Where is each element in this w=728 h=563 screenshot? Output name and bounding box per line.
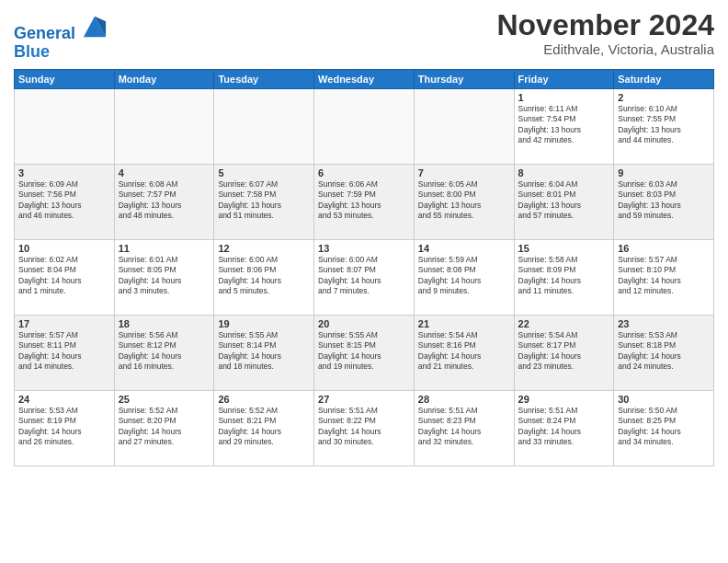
calendar-cell <box>114 88 214 164</box>
calendar-cell: 30Sunrise: 5:50 AM Sunset: 8:25 PM Dayli… <box>614 390 714 465</box>
calendar-cell: 20Sunrise: 5:55 AM Sunset: 8:15 PM Dayli… <box>314 315 415 390</box>
day-number: 20 <box>318 318 410 329</box>
day-number: 5 <box>218 167 310 178</box>
day-number: 30 <box>618 394 710 405</box>
day-info: Sunrise: 6:10 AM Sunset: 7:55 PM Dayligh… <box>618 104 710 146</box>
day-info: Sunrise: 5:52 AM Sunset: 8:21 PM Dayligh… <box>218 406 310 448</box>
day-number: 8 <box>518 167 610 178</box>
weekday-header-friday: Friday <box>514 69 614 88</box>
day-info: Sunrise: 6:04 AM Sunset: 8:01 PM Dayligh… <box>518 179 610 222</box>
calendar-cell: 16Sunrise: 5:57 AM Sunset: 8:10 PM Dayli… <box>614 239 714 315</box>
day-number: 14 <box>418 243 510 254</box>
calendar-cell <box>314 88 415 164</box>
day-number: 18 <box>119 318 210 329</box>
weekday-header-saturday: Saturday <box>614 69 714 88</box>
weekday-header-thursday: Thursday <box>414 69 514 88</box>
calendar-cell: 22Sunrise: 5:54 AM Sunset: 8:17 PM Dayli… <box>514 315 614 390</box>
calendar-cell: 12Sunrise: 6:00 AM Sunset: 8:06 PM Dayli… <box>214 239 314 315</box>
calendar-cell: 15Sunrise: 5:58 AM Sunset: 8:09 PM Dayli… <box>514 239 614 315</box>
logo-text: General <box>14 13 108 43</box>
day-info: Sunrise: 5:56 AM Sunset: 8:12 PM Dayligh… <box>119 330 210 373</box>
day-number: 16 <box>618 243 710 254</box>
title-area: November 2024 Edithvale, Victoria, Austr… <box>496 9 714 57</box>
calendar-cell: 2Sunrise: 6:10 AM Sunset: 7:55 PM Daylig… <box>614 88 714 164</box>
calendar-cell: 24Sunrise: 5:53 AM Sunset: 8:19 PM Dayli… <box>15 390 115 465</box>
calendar-cell: 19Sunrise: 5:55 AM Sunset: 8:14 PM Dayli… <box>214 315 314 390</box>
day-number: 9 <box>618 167 710 178</box>
weekday-header-row: SundayMondayTuesdayWednesdayThursdayFrid… <box>15 69 714 88</box>
logo-blue: Blue <box>14 43 108 62</box>
day-number: 23 <box>618 318 710 329</box>
day-info: Sunrise: 6:01 AM Sunset: 8:05 PM Dayligh… <box>119 255 210 297</box>
calendar-cell <box>214 88 314 164</box>
day-number: 28 <box>418 394 510 405</box>
day-number: 1 <box>518 92 610 103</box>
day-info: Sunrise: 6:06 AM Sunset: 7:59 PM Dayligh… <box>318 179 410 222</box>
day-info: Sunrise: 5:51 AM Sunset: 8:23 PM Dayligh… <box>418 406 510 448</box>
day-info: Sunrise: 6:11 AM Sunset: 7:54 PM Dayligh… <box>518 104 610 146</box>
calendar-cell: 9Sunrise: 6:03 AM Sunset: 8:03 PM Daylig… <box>614 164 714 239</box>
calendar-cell <box>414 88 514 164</box>
day-info: Sunrise: 6:00 AM Sunset: 8:06 PM Dayligh… <box>218 255 310 297</box>
weekday-header-monday: Monday <box>114 69 214 88</box>
day-number: 15 <box>518 243 610 254</box>
day-info: Sunrise: 5:57 AM Sunset: 8:11 PM Dayligh… <box>18 330 110 373</box>
day-number: 17 <box>18 318 110 329</box>
calendar-cell: 8Sunrise: 6:04 AM Sunset: 8:01 PM Daylig… <box>514 164 614 239</box>
day-number: 24 <box>18 394 110 405</box>
logo-general: General <box>14 24 75 42</box>
day-info: Sunrise: 5:58 AM Sunset: 8:09 PM Dayligh… <box>518 255 610 297</box>
day-info: Sunrise: 5:59 AM Sunset: 8:08 PM Dayligh… <box>418 255 510 297</box>
page-container: General Blue November 2024 Edithvale, Vi… <box>0 0 728 476</box>
day-number: 22 <box>518 318 610 329</box>
day-number: 11 <box>119 243 210 254</box>
day-info: Sunrise: 6:07 AM Sunset: 7:58 PM Dayligh… <box>218 179 310 222</box>
day-info: Sunrise: 5:55 AM Sunset: 8:14 PM Dayligh… <box>218 330 310 373</box>
day-info: Sunrise: 5:51 AM Sunset: 8:24 PM Dayligh… <box>518 406 610 448</box>
weekday-header-sunday: Sunday <box>15 69 115 88</box>
day-number: 26 <box>218 394 310 405</box>
day-info: Sunrise: 5:51 AM Sunset: 8:22 PM Dayligh… <box>318 406 410 448</box>
calendar-week-3: 10Sunrise: 6:02 AM Sunset: 8:04 PM Dayli… <box>15 239 714 315</box>
day-info: Sunrise: 6:08 AM Sunset: 7:57 PM Dayligh… <box>119 179 210 222</box>
day-number: 19 <box>218 318 310 329</box>
day-number: 7 <box>418 167 510 178</box>
day-info: Sunrise: 5:54 AM Sunset: 8:17 PM Dayligh… <box>518 330 610 373</box>
calendar-cell: 23Sunrise: 5:53 AM Sunset: 8:18 PM Dayli… <box>614 315 714 390</box>
weekday-header-wednesday: Wednesday <box>314 69 415 88</box>
day-number: 25 <box>119 394 210 405</box>
day-number: 6 <box>318 167 410 178</box>
calendar-cell: 1Sunrise: 6:11 AM Sunset: 7:54 PM Daylig… <box>514 88 614 164</box>
logo-icon <box>82 13 108 39</box>
day-number: 21 <box>418 318 510 329</box>
calendar-cell: 27Sunrise: 5:51 AM Sunset: 8:22 PM Dayli… <box>314 390 415 465</box>
calendar-week-5: 24Sunrise: 5:53 AM Sunset: 8:19 PM Dayli… <box>15 390 714 465</box>
day-info: Sunrise: 5:57 AM Sunset: 8:10 PM Dayligh… <box>618 255 710 297</box>
logo: General Blue <box>14 13 108 62</box>
day-info: Sunrise: 5:50 AM Sunset: 8:25 PM Dayligh… <box>618 406 710 448</box>
header: General Blue November 2024 Edithvale, Vi… <box>14 9 714 62</box>
calendar-cell: 29Sunrise: 5:51 AM Sunset: 8:24 PM Dayli… <box>514 390 614 465</box>
day-info: Sunrise: 5:53 AM Sunset: 8:18 PM Dayligh… <box>618 330 710 373</box>
calendar-week-1: 1Sunrise: 6:11 AM Sunset: 7:54 PM Daylig… <box>15 88 714 164</box>
calendar-cell: 25Sunrise: 5:52 AM Sunset: 8:20 PM Dayli… <box>114 390 214 465</box>
day-info: Sunrise: 6:00 AM Sunset: 8:07 PM Dayligh… <box>318 255 410 297</box>
calendar-cell: 17Sunrise: 5:57 AM Sunset: 8:11 PM Dayli… <box>15 315 115 390</box>
day-info: Sunrise: 6:02 AM Sunset: 8:04 PM Dayligh… <box>18 255 110 297</box>
day-info: Sunrise: 6:05 AM Sunset: 8:00 PM Dayligh… <box>418 179 510 222</box>
day-number: 29 <box>518 394 610 405</box>
day-info: Sunrise: 6:09 AM Sunset: 7:56 PM Dayligh… <box>18 179 110 222</box>
calendar-cell: 28Sunrise: 5:51 AM Sunset: 8:23 PM Dayli… <box>414 390 514 465</box>
day-number: 27 <box>318 394 410 405</box>
day-number: 12 <box>218 243 310 254</box>
location-subtitle: Edithvale, Victoria, Australia <box>496 41 714 57</box>
calendar-cell: 4Sunrise: 6:08 AM Sunset: 7:57 PM Daylig… <box>114 164 214 239</box>
day-info: Sunrise: 5:55 AM Sunset: 8:15 PM Dayligh… <box>318 330 410 373</box>
day-info: Sunrise: 6:03 AM Sunset: 8:03 PM Dayligh… <box>618 179 710 222</box>
day-number: 10 <box>18 243 110 254</box>
day-info: Sunrise: 5:53 AM Sunset: 8:19 PM Dayligh… <box>18 406 110 448</box>
calendar-cell: 5Sunrise: 6:07 AM Sunset: 7:58 PM Daylig… <box>214 164 314 239</box>
calendar-cell: 3Sunrise: 6:09 AM Sunset: 7:56 PM Daylig… <box>15 164 115 239</box>
day-number: 4 <box>119 167 210 178</box>
month-title: November 2024 <box>496 9 714 41</box>
